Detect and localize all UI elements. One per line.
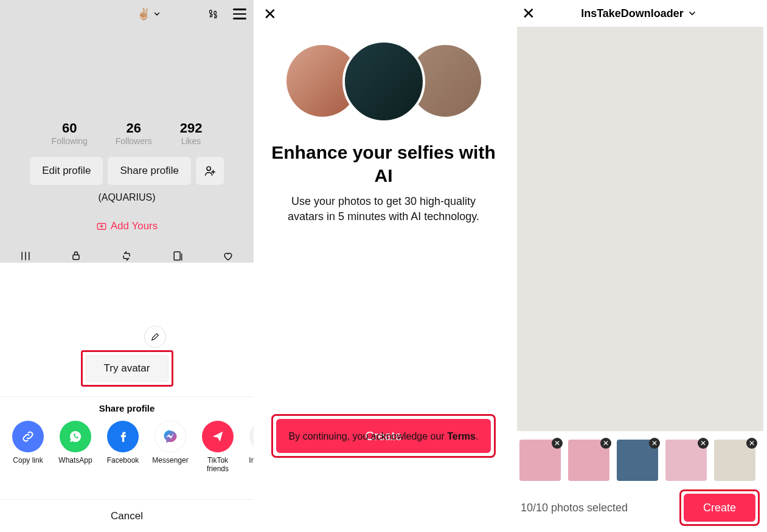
- likes-stat[interactable]: 292Likes: [180, 120, 203, 146]
- edit-avatar-button[interactable]: [144, 326, 166, 348]
- bio-text: (AQUARIUS): [0, 192, 254, 203]
- add-yours-link[interactable]: Add Yours: [0, 220, 254, 232]
- enhance-heading: Enhance your selfies with AI: [254, 123, 513, 194]
- share-sheet: Try avatar Share profile Copy link Whats…: [0, 263, 254, 532]
- share-options-row: Copy link WhatsApp Facebook Messenger Ti…: [0, 421, 254, 473]
- messenger-icon: [162, 428, 179, 445]
- likes-count: 292: [180, 120, 203, 136]
- close-button[interactable]: ✕: [263, 6, 277, 22]
- share-facebook[interactable]: Facebook: [106, 421, 140, 473]
- grid-tab-icon[interactable]: [19, 250, 32, 262]
- terms-text: By continuing, you acknowledge our Terms…: [254, 431, 513, 442]
- share-profile-button[interactable]: Share profile: [108, 157, 190, 185]
- svg-rect-3: [174, 252, 180, 260]
- create-button[interactable]: Create: [684, 494, 755, 522]
- remove-thumb-icon[interactable]: ✕: [552, 438, 563, 449]
- avatar-example-2: [342, 40, 425, 123]
- selection-count: 10/10 photos selected: [521, 502, 628, 514]
- photo-picker-panel: ✕ InsTakeDownloader ✕ ✕ ✕ ✕ ✕ 10/10 phot…: [513, 0, 767, 532]
- selected-thumb[interactable]: ✕: [714, 440, 755, 481]
- terms-link[interactable]: Terms: [447, 431, 476, 441]
- picker-top-bar: ✕ InsTakeDownloader: [513, 0, 767, 27]
- profile-buttons: Edit profile Share profile: [0, 157, 254, 185]
- heart-tab-icon[interactable]: [222, 250, 234, 262]
- stats-row: 60Following 26Followers 292Likes: [0, 120, 254, 146]
- share-label: Facebook: [107, 456, 139, 465]
- followers-count: 26: [116, 120, 152, 136]
- remove-thumb-icon[interactable]: ✕: [600, 438, 611, 449]
- panel2-top: ✕: [254, 0, 513, 28]
- add-yours-label: Add Yours: [111, 220, 158, 232]
- share-label: TikTok friends: [201, 456, 235, 473]
- picker-footer: 10/10 photos selected Create: [513, 486, 767, 532]
- selected-thumb[interactable]: ✕: [665, 440, 707, 481]
- lock-tab-icon[interactable]: [70, 250, 82, 262]
- remove-thumb-icon[interactable]: ✕: [698, 438, 709, 449]
- album-picker[interactable]: InsTakeDownloader: [535, 7, 743, 20]
- share-label: Copy link: [13, 456, 43, 465]
- facebook-icon: [115, 429, 131, 444]
- create-highlight: Create: [679, 489, 760, 526]
- followers-label: Followers: [116, 136, 152, 146]
- cancel-button[interactable]: Cancel: [0, 499, 254, 532]
- whatsapp-icon: [68, 429, 83, 444]
- pencil-icon: [150, 332, 160, 342]
- following-count: 60: [52, 120, 88, 136]
- selected-thumb[interactable]: ✕: [617, 440, 658, 481]
- top-right-actions: [206, 7, 246, 21]
- selected-thumb[interactable]: ✕: [568, 440, 609, 481]
- svg-point-0: [207, 167, 210, 170]
- enhance-subtitle: Use your photos to get 30 high-quality a…: [254, 194, 513, 224]
- share-section-title: Share profile: [0, 403, 254, 413]
- close-button[interactable]: ✕: [522, 5, 535, 21]
- edit-profile-button[interactable]: Edit profile: [30, 157, 103, 185]
- selected-thumb[interactable]: ✕: [519, 440, 561, 481]
- share-copy-link[interactable]: Copy link: [11, 421, 45, 473]
- hamburger-menu-icon[interactable]: [233, 9, 246, 19]
- share-instagram[interactable]: Instagram Direct: [248, 421, 254, 473]
- share-tiktok-friends[interactable]: TikTok friends: [201, 421, 235, 473]
- bookmark-tab-icon[interactable]: [172, 250, 184, 262]
- photo-gallery[interactable]: [517, 27, 763, 431]
- profile-top-bar: ✌🏼: [0, 0, 254, 28]
- link-icon: [21, 429, 35, 444]
- sheet-avatar: [97, 278, 158, 339]
- profile-panel: ✌🏼 60Following 26Followers 292Likes Edit…: [0, 0, 254, 532]
- avatar-examples: [254, 45, 513, 123]
- share-label: Instagram Direct: [248, 456, 254, 473]
- remove-thumb-icon[interactable]: ✕: [649, 438, 660, 449]
- album-title: InsTakeDownloader: [581, 7, 684, 20]
- footprint-icon[interactable]: [206, 7, 220, 21]
- camera-plus-icon: [96, 221, 107, 232]
- username-dropdown[interactable]: ✌🏼: [137, 7, 161, 21]
- repost-tab-icon[interactable]: [120, 250, 133, 262]
- enhance-panel: ✕ Enhance your selfies with AI Use your …: [254, 0, 513, 532]
- remove-thumb-icon[interactable]: ✕: [746, 438, 757, 449]
- divider: [0, 396, 254, 397]
- selected-thumbs: ✕ ✕ ✕ ✕ ✕: [513, 431, 767, 486]
- try-avatar-highlight: Try avatar: [81, 350, 173, 387]
- person-plus-icon: [203, 164, 217, 178]
- share-whatsapp[interactable]: WhatsApp: [58, 421, 92, 473]
- handle-emoji: ✌🏼: [137, 7, 150, 21]
- svg-rect-2: [73, 255, 79, 260]
- send-icon: [211, 430, 224, 443]
- followers-stat[interactable]: 26Followers: [116, 120, 152, 146]
- chevron-down-icon: [153, 10, 161, 18]
- following-stat[interactable]: 60Following: [52, 120, 88, 146]
- chevron-down-icon: [687, 9, 697, 18]
- likes-label: Likes: [180, 136, 203, 146]
- share-messenger[interactable]: Messenger: [153, 421, 187, 473]
- share-label: WhatsApp: [58, 456, 92, 465]
- add-friends-button[interactable]: [196, 157, 224, 185]
- try-avatar-button[interactable]: Try avatar: [86, 355, 168, 382]
- share-label: Messenger: [152, 456, 188, 465]
- following-label: Following: [52, 136, 88, 146]
